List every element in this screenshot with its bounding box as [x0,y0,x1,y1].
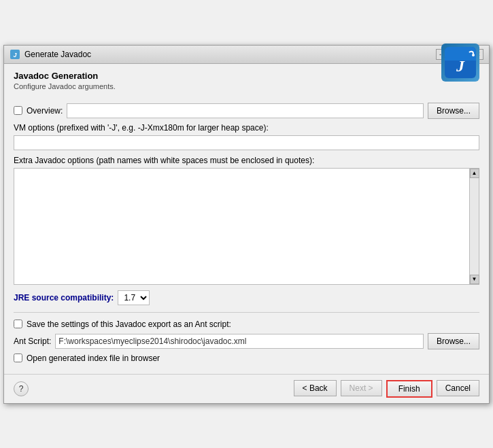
extra-options-textarea-wrapper: ▲ ▼ [14,168,479,285]
section-subtitle: Configure Javadoc arguments. [14,82,116,90]
window-title: Generate Javadoc [24,50,91,59]
extra-options-section: Extra Javadoc options (path names with w… [14,156,479,285]
vm-options-input[interactable] [14,135,479,150]
open-index-label: Open generated index file in browser [27,354,160,363]
help-button[interactable]: ? [14,381,29,396]
bottom-buttons: < Back Next > Finish Cancel [294,380,479,398]
vm-options-label: VM options (prefixed with '-J', e.g. -J-… [14,123,479,133]
separator [14,312,479,313]
save-settings-row: Save the settings of this Javadoc export… [14,320,479,329]
title-bar: J Generate Javadoc ← ─ □ ✕ [4,46,489,64]
overview-input[interactable] [67,103,424,118]
ant-script-row: Ant Script: Browse... [14,333,479,349]
cancel-button[interactable]: Cancel [437,380,479,396]
scrollbar-up-btn[interactable]: ▲ [470,169,479,178]
scrollbar-down-btn[interactable]: ▼ [470,275,479,284]
save-settings-label: Save the settings of this Javadoc export… [27,320,231,329]
finish-button[interactable]: Finish [386,380,432,398]
overview-browse-button[interactable]: Browse... [428,103,479,119]
extra-options-textarea[interactable] [14,169,469,284]
jre-label: JRE source compatibility: [14,293,114,303]
title-bar-left: J Generate Javadoc [10,49,91,60]
javadoc-logo-icon: J [441,44,479,82]
svg-text:J: J [456,57,465,75]
header-section: Javadoc Generation Configure Javadoc arg… [14,71,116,97]
extra-options-scrollbar[interactable]: ▲ ▼ [469,169,479,284]
overview-row: Overview: Browse... [14,103,479,119]
next-button[interactable]: Next > [341,380,382,396]
overview-checkbox[interactable] [14,106,22,115]
svg-point-6 [472,54,475,56]
extra-options-label: Extra Javadoc options (path names with w… [14,156,479,165]
jre-select[interactable]: 1.7 1.6 1.8 [118,290,150,305]
generate-javadoc-dialog: J Generate Javadoc ← ─ □ ✕ Javadoc Gener… [3,45,490,404]
jre-row: JRE source compatibility: 1.7 1.6 1.8 [14,290,479,305]
section-title: Javadoc Generation [14,71,116,81]
open-index-row: Open generated index file in browser [14,354,479,363]
save-settings-checkbox[interactable] [14,320,22,328]
bottom-bar: ? < Back Next > Finish Cancel [4,374,489,403]
javadoc-title-icon: J [10,49,20,60]
scrollbar-track [470,178,479,275]
overview-label: Overview: [27,106,63,116]
ant-script-label: Ant Script: [14,337,51,346]
open-index-checkbox[interactable] [14,354,22,362]
vm-options-section: VM options (prefixed with '-J', e.g. -J-… [14,123,479,156]
dialog-body: Javadoc Generation Configure Javadoc arg… [4,64,489,374]
ant-script-input[interactable] [55,334,424,349]
ant-script-browse-button[interactable]: Browse... [428,333,479,349]
back-button[interactable]: < Back [294,380,337,396]
